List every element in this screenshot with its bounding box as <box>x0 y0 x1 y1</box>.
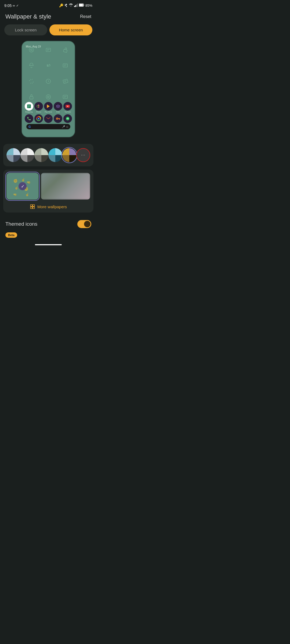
status-left: 9:05 ∞ ✓ <box>4 3 19 8</box>
svg-rect-8 <box>46 48 51 52</box>
svg-point-30 <box>58 105 59 105</box>
bluetooth-icon <box>64 3 68 8</box>
battery-percent: 85% <box>85 3 92 8</box>
color-swatch-5[interactable] <box>62 148 76 162</box>
search-bar-icons: 🎤 ⊙ <box>62 125 68 128</box>
beta-section: Beta <box>0 232 97 242</box>
svg-rect-12 <box>63 64 68 67</box>
phone-preview: Mon, Aug 19 Budgeting Photos <box>21 41 75 137</box>
tab-home-screen[interactable]: Home screen <box>49 24 92 35</box>
app-fitbit[interactable]: Fitbit <box>54 102 62 113</box>
color-swatch-1[interactable] <box>6 148 20 162</box>
wp-icon-1 <box>21 41 42 60</box>
wp-icon-8 <box>40 74 56 89</box>
fitbit-icon <box>54 102 62 111</box>
svg-rect-5 <box>79 4 83 6</box>
budgeting-icon <box>25 102 33 111</box>
mic-icon: 🎤 <box>62 125 65 128</box>
phone-preview-container: Mon, Aug 19 Budgeting Photos <box>0 41 97 137</box>
svg-rect-6 <box>84 5 84 6</box>
more-wallpapers-label: More wallpapers <box>37 204 67 209</box>
wallpaper-thumbs: ✊ ☝ 🤜 ☝ ✊ 🤜 ☝ ✓ <box>6 173 90 200</box>
themed-icons-toggle[interactable] <box>77 220 91 228</box>
svg-rect-52 <box>33 207 35 209</box>
page-header: Wallpaper & style Reset <box>0 10 97 24</box>
phone-dock: Budgeting Photos Play Store <box>22 102 75 129</box>
tab-lock-screen[interactable]: Lock screen <box>4 24 47 35</box>
svg-rect-2 <box>76 4 77 7</box>
app-chrome[interactable] <box>34 114 43 123</box>
svg-point-33 <box>56 105 57 106</box>
svg-point-32 <box>58 107 59 108</box>
reset-button[interactable]: Reset <box>80 14 91 19</box>
wp-icon-6 <box>57 58 74 73</box>
status-right: 🔑 85% <box>59 3 92 8</box>
color-swatch-2[interactable] <box>20 148 34 162</box>
bottom-nav <box>0 242 97 247</box>
key-icon <box>54 114 62 123</box>
wp-icon-9 <box>55 72 75 91</box>
svg-point-31 <box>58 106 59 107</box>
wp-icon-7 <box>21 71 42 91</box>
phone-wallpaper: Mon, Aug 19 Budgeting Photos <box>22 41 75 137</box>
themed-icons-label: Themed icons <box>5 221 37 227</box>
spotify-icon <box>63 114 72 123</box>
photo-blurred <box>41 173 90 200</box>
app-gmail[interactable] <box>44 114 53 123</box>
google-g-icon: G <box>28 125 31 128</box>
svg-rect-1 <box>75 5 76 7</box>
key-icon: 🔑 <box>59 3 63 8</box>
check-circle: ✓ <box>19 182 27 190</box>
wp-icon-3 <box>55 41 75 59</box>
voicemail-icon: ∞ <box>13 4 15 8</box>
color-swatch-4[interactable] <box>48 148 62 162</box>
themed-icons-section: Themed icons <box>0 216 97 232</box>
color-swatch-3[interactable] <box>34 148 48 162</box>
color-swatch-more[interactable]: ··· <box>76 148 90 162</box>
app-key[interactable] <box>54 114 62 123</box>
svg-point-34 <box>56 107 57 107</box>
phone-icon <box>25 114 33 123</box>
app-phone[interactable] <box>25 114 33 123</box>
app-row-2 <box>24 114 73 123</box>
wallpaper-section: ✊ ☝ 🤜 ☝ ✊ 🤜 ☝ ✓ More wallpapers <box>3 170 93 213</box>
more-dots: ··· <box>81 153 85 158</box>
color-options: ··· <box>6 148 90 162</box>
wp-icon-4 <box>23 58 39 73</box>
more-wallpapers-button[interactable]: More wallpapers <box>6 204 90 209</box>
wp-icon-5 <box>39 57 58 74</box>
svg-point-39 <box>38 118 39 119</box>
app-photos[interactable]: Photos <box>34 102 43 113</box>
svg-rect-16 <box>63 79 68 83</box>
thumb-check: ✓ <box>6 173 39 200</box>
phone-date: Mon, Aug 19 <box>26 45 41 48</box>
svg-rect-49 <box>30 205 32 207</box>
svg-point-20 <box>46 94 51 100</box>
wp-icon-2 <box>40 42 56 57</box>
chrome-icon <box>34 114 43 123</box>
svg-point-41 <box>66 117 69 120</box>
page-title: Wallpaper & style <box>5 13 51 20</box>
google-search-bar[interactable]: G 🎤 ⊙ <box>26 124 70 129</box>
status-bar: 9:05 ∞ ✓ 🔑 85% <box>0 0 97 10</box>
app-play-store[interactable]: Play Store <box>44 102 53 113</box>
nav-pill <box>35 244 62 245</box>
task-icon: ✓ <box>16 4 19 8</box>
svg-rect-11 <box>63 49 67 53</box>
wallpaper-thumb-pattern[interactable]: ✊ ☝ 🤜 ☝ ✊ 🤜 ☝ ✓ <box>6 173 39 200</box>
svg-rect-51 <box>30 207 32 209</box>
wallpaper-thumb-photo[interactable] <box>41 173 90 200</box>
gmail-icon <box>44 114 53 123</box>
wifi-icon <box>69 3 73 8</box>
app-spotify[interactable] <box>63 114 72 123</box>
svg-rect-19 <box>30 97 33 99</box>
time-display: 9:05 <box>4 3 12 8</box>
beta-badge: Beta <box>5 232 17 238</box>
svg-line-17 <box>64 80 66 81</box>
app-youtube[interactable]: YouTube <box>63 102 72 113</box>
svg-rect-50 <box>33 205 35 207</box>
toggle-knob <box>84 221 90 227</box>
svg-rect-0 <box>74 6 75 7</box>
app-budgeting[interactable]: Budgeting <box>25 102 33 113</box>
svg-point-28 <box>37 105 39 107</box>
